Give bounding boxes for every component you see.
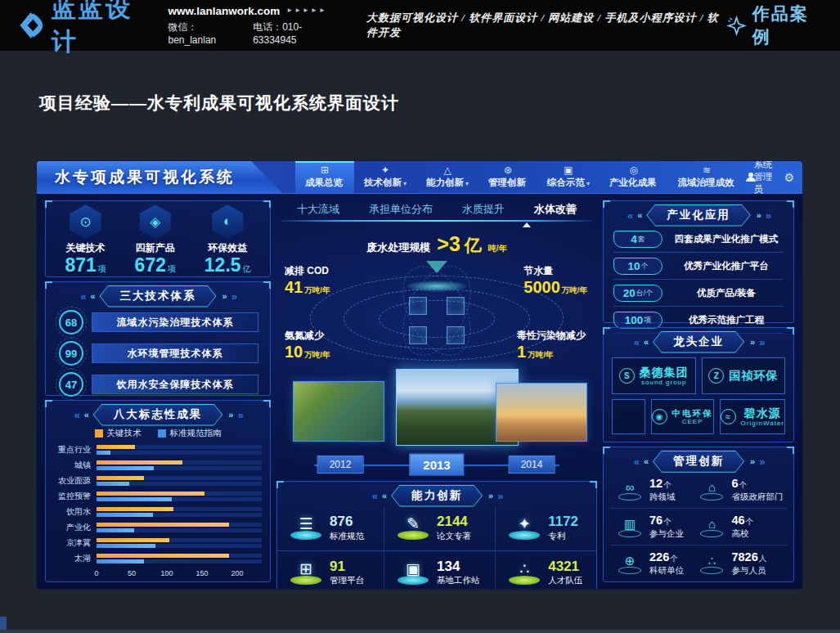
cap-papers: ✎ 2144论文专著 [384,506,495,550]
stat-water-saved: 节水量 5000万吨/年 [523,264,587,296]
medal-icon: ◎ [630,165,638,176]
nav-tab-comprehensive-demo[interactable]: ▣ 综合示范▾ [537,161,600,193]
people-icon: ∴ [699,554,725,567]
tab-water-quality[interactable]: 水质提升 [462,202,505,220]
org-chart-icon: ⌂ [699,481,725,493]
pill-value: 20 [623,287,636,299]
bar-关键技术 [97,445,135,449]
bar-关键技术 [97,523,229,527]
tab-water-improvement[interactable]: 水体改善 [534,202,577,220]
monitor-icon: ⊞ [289,561,323,577]
headline-stat: 废水处理规模 >3 亿 吨/年 [276,232,597,257]
timeline-year-2014[interactable]: 2014 [509,456,555,474]
timeline-year-2012[interactable]: 2012 [317,456,364,474]
stat-value: 5000 [523,278,560,296]
bottom-divider [0,630,840,633]
bar-关键技术 [97,492,204,496]
nav-tab-watershed-governance[interactable]: ≋ 流域治理成效 [668,161,746,193]
platform-ring [618,530,641,537]
mg-value: 12 [649,477,663,490]
portfolio-button[interactable]: 作品案例 [726,2,822,48]
nav-label: 产业化成果 [609,177,657,187]
chart-row: 农业面源 [54,475,262,487]
headline-value: >3 [437,232,460,256]
nav-label: 技术创新 [364,177,402,187]
chart-category-label: 京津冀 [54,537,97,549]
phone-label: 电话：010-63334945 [253,20,339,47]
mg-participants: ∴ 7826人参与人员 [692,545,787,581]
bar-标准规范指南 [97,497,172,501]
chart-category-label: 产业化 [54,522,97,533]
stat-label: 毒性污染物减少 [517,329,586,343]
chevrons-right-icon: » [757,211,760,220]
site-topbar: 蓝蓝设计 www.lanlanwork.com ►►►►► 微信：ben_lan… [0,0,840,51]
enterprise-name: 国祯环保 [729,369,778,384]
nav-tab-industrialization-results[interactable]: ◎ 产业化成果 [600,161,668,193]
achievements-chart-panel: «« 八大标志性成果 »» 关键技术 标准规范指南 重点行业城镇农业面源监控预警… [45,400,271,582]
chart-row: 产业化 [54,522,262,533]
user-menu[interactable]: 系统管理员 [746,161,774,195]
mg-universities: ⌂ 46个高校 [692,508,787,545]
bar-track [97,460,262,465]
bar-track [97,476,262,480]
logo-ceep: ◉ 中电环保CEEP [651,399,714,434]
bar-关键技术 [97,554,229,558]
mg-gov-departments: ⌂ 6个省级政府部门 [692,472,787,508]
legend-label: 关键技术 [107,428,141,439]
headline-unit: 吨/年 [488,243,507,254]
nav-label: 综合示范 [547,177,585,187]
website-link[interactable]: www.lanlanwork.com [168,4,281,19]
industry-label: 优质产品/装备 [669,287,784,299]
tab-unit-distribution[interactable]: 承担单位分布 [369,202,433,220]
tab-underline [281,220,592,222]
nav-tab-management-innovation[interactable]: ⊛ 管理创新 [478,161,537,193]
asterisk-icon: ⊛ [504,165,512,176]
user-icon [746,173,750,182]
chevrons-left-icon: « [74,410,78,420]
tech-system-row: 47 饮用水安全保障技术体系 [46,369,270,400]
page-canvas: 蓝蓝设计 www.lanlanwork.com ►►►►► 微信：ben_lan… [0,0,840,633]
sparkle-star-icon [726,15,747,37]
bar-关键技术 [97,476,144,480]
nav-tab-capability-innovation[interactable]: △ 能力创新▾ [416,161,478,193]
sound-group-logo-icon: S [619,368,635,384]
school-icon: ⌂ [699,518,725,530]
timeline-year-2013[interactable]: 2013 [409,454,464,476]
stat-value: 1 [517,343,526,361]
cap-patents: ✦ 1172专利 [495,506,596,550]
industry-label: 优秀示范推广工程 [669,314,784,326]
mg-unit: 个 [739,480,748,489]
timeline: 2012 2013 2014 [276,452,597,477]
tech-system-row: 68 流域水污染治理技术体系 [46,307,270,338]
nav-label: 管理创新 [488,177,526,187]
settings-gear-icon[interactable]: ⚙ [784,171,794,184]
cap-label: 管理平台 [330,575,364,586]
chart-x-axis: 050100150200 [97,568,262,578]
data-cube [409,297,427,315]
tab-ten-basins[interactable]: 十大流域 [297,202,339,220]
enterprise-subtitle: OriginWater [741,420,784,427]
mg-label: 参与人员 [731,565,766,577]
nav-tab-tech-innovation[interactable]: ✦ 技术创新▾ [354,161,416,193]
bar-标准规范指南 [97,451,110,455]
chart-category-label: 监控预警 [54,491,97,502]
bar-关键技术 [97,538,169,542]
right-column: «« 产业化应用 »» 4套 四套成果产业化推广模式 10个 优秀产业化推广平台… [603,200,794,582]
bar-关键技术 [97,460,182,465]
team-icon: ∴ [507,561,541,577]
mg-label: 参与企业 [649,528,684,540]
stat-label: 减排 COD [285,264,330,278]
chevrons-right-icon: » [759,337,763,348]
chart-category-label: 太湖 [54,553,97,564]
logo-originwater: ≈ 碧水源OriginWater [720,399,785,434]
lanlan-logo[interactable]: 蓝蓝设计 [15,0,152,59]
ceep-logo-icon: ◉ [652,409,667,424]
dashboard: 水专项成果可视化系统 ⊞ 成果总览 ✦ 技术创新▾ △ 能力创新▾ ⊛ 管理创新 [37,161,802,589]
links-icon: ∞ [617,481,643,493]
chart-row: 城镇 [54,460,262,471]
cap-platforms: ⊞ 91管理平台 [277,550,384,589]
mg-label: 省级政府部门 [731,492,783,503]
chevron-down-icon: ▾ [586,180,590,187]
nav-tab-overview[interactable]: ⊞ 成果总览 [295,161,354,193]
chart-row: 饮用水 [54,506,262,518]
